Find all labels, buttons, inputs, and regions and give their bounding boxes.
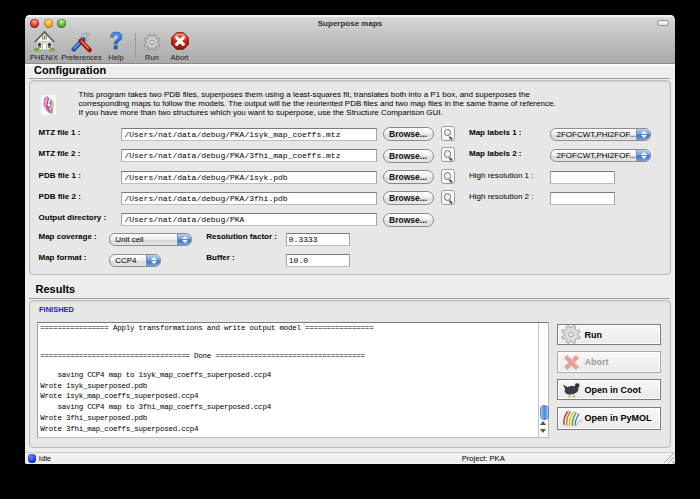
svg-text:?: ?: [109, 30, 123, 53]
